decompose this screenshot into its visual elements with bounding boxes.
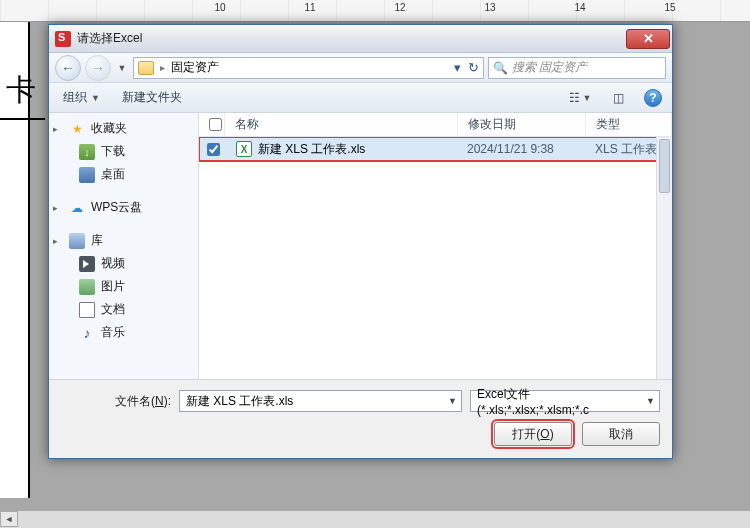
sidebar-item-desktop[interactable]: 桌面 [49,163,198,186]
scrollbar-thumb[interactable] [659,139,670,193]
nav-history-dropdown[interactable]: ▼ [115,57,129,79]
organize-button[interactable]: 组织▼ [59,86,104,109]
toolbar: 组织▼ 新建文件夹 ☷ ▼ ◫ ? [49,83,672,113]
file-name: 新建 XLS 工作表.xls [258,141,365,158]
sidebar-item-music[interactable]: ♪ 音乐 [49,321,198,344]
sidebar-item-downloads[interactable]: ↓ 下载 [49,140,198,163]
expand-icon: ▸ [53,203,63,213]
star-icon: ★ [69,121,85,137]
document-icon [79,302,95,318]
cancel-button[interactable]: 取消 [582,422,660,446]
download-icon: ↓ [79,144,95,160]
background-text: 卡 [6,70,36,111]
sidebar-item-videos[interactable]: 视频 [49,252,198,275]
sidebar-favorites[interactable]: ▸ ★ 收藏夹 [49,117,198,140]
nav-back-button[interactable]: ← [55,55,81,81]
column-headers[interactable]: 名称 修改日期 类型 [199,113,672,137]
help-button[interactable]: ? [644,89,662,107]
sidebar-libraries[interactable]: ▸ 库 [49,229,198,252]
filename-input[interactable]: 新建 XLS 工作表.xls ▼ [179,390,462,412]
column-checkbox[interactable] [199,113,225,136]
expand-icon: ▸ [53,236,63,246]
view-icon: ☷ [569,91,580,105]
select-all-checkbox[interactable] [209,118,222,131]
view-mode-button[interactable]: ☷ ▼ [568,87,592,109]
refresh-dropdown[interactable]: ▾ ↻ [454,60,479,75]
filename-label: 文件名(N): [61,393,171,410]
search-placeholder: 搜索 固定资产 [512,59,587,76]
cloud-icon: ☁ [69,200,85,216]
new-folder-button[interactable]: 新建文件夹 [118,86,186,109]
filetype-select[interactable]: Excel文件(*.xls;*.xlsx;*.xlsm;*.c ▼ [470,390,660,412]
address-bar[interactable]: ▸ 固定资产 ▾ ↻ [133,57,484,79]
sidebar-item-documents[interactable]: 文档 [49,298,198,321]
background-divider [0,118,45,120]
nav-forward-button[interactable]: → [85,55,111,81]
horizontal-scrollbar[interactable]: ◄ [0,510,750,528]
arrow-left-icon: ← [61,60,75,76]
vertical-scrollbar[interactable] [656,137,672,379]
chevron-down-icon[interactable]: ▼ [646,396,655,406]
chevron-down-icon[interactable]: ▼ [448,396,457,406]
column-name[interactable]: 名称 [225,113,458,136]
file-date: 2024/11/21 9:38 [457,142,585,156]
sidebar[interactable]: ▸ ★ 收藏夹 ↓ 下载 桌面 ▸ ☁ WPS云盘 [49,113,199,379]
file-list-pane: 名称 修改日期 类型 X 新建 XLS 工作表.xls 2024/11/21 9… [199,113,672,379]
file-row[interactable]: X 新建 XLS 工作表.xls 2024/11/21 9:38 XLS 工作表 [199,137,672,161]
column-date[interactable]: 修改日期 [458,113,586,136]
titlebar[interactable]: 请选择Excel ✕ [49,25,672,53]
chevron-down-icon: ▼ [91,93,100,103]
search-icon: 🔍 [493,61,508,75]
horizontal-ruler: 1011 1213 1415 [0,0,750,22]
file-list[interactable]: X 新建 XLS 工作表.xls 2024/11/21 9:38 XLS 工作表 [199,137,672,379]
file-open-dialog: 请选择Excel ✕ ← → ▼ ▸ 固定资产 ▾ ↻ 🔍 搜索 固定资产 组织… [48,24,673,459]
picture-icon [79,279,95,295]
preview-icon: ◫ [613,91,624,105]
breadcrumb-folder[interactable]: 固定资产 [171,59,219,76]
sidebar-item-pictures[interactable]: 图片 [49,275,198,298]
music-icon: ♪ [79,325,95,341]
preview-pane-button[interactable]: ◫ [606,87,630,109]
video-icon [79,256,95,272]
dialog-body: ▸ ★ 收藏夹 ↓ 下载 桌面 ▸ ☁ WPS云盘 [49,113,672,380]
arrow-right-icon: → [91,60,105,76]
breadcrumb-separator-icon: ▸ [160,62,165,73]
desktop-icon [79,167,95,183]
chevron-down-icon: ▼ [583,93,592,103]
xls-file-icon: X [236,141,252,157]
sidebar-wps-cloud[interactable]: ▸ ☁ WPS云盘 [49,196,198,219]
dialog-footer: 文件名(N): 新建 XLS 工作表.xls ▼ Excel文件(*.xls;*… [49,380,672,458]
folder-icon [138,61,154,75]
library-icon [69,233,85,249]
file-checkbox[interactable] [207,143,220,156]
column-type[interactable]: 类型 [586,113,672,136]
search-input[interactable]: 🔍 搜索 固定资产 [488,57,666,79]
nav-row: ← → ▼ ▸ 固定资产 ▾ ↻ 🔍 搜索 固定资产 [49,53,672,83]
dialog-title: 请选择Excel [77,30,626,47]
close-button[interactable]: ✕ [626,29,670,49]
expand-icon: ▸ [53,124,63,134]
open-button[interactable]: 打开(O) [494,422,572,446]
app-icon [55,31,71,47]
scroll-left-button[interactable]: ◄ [0,511,18,527]
